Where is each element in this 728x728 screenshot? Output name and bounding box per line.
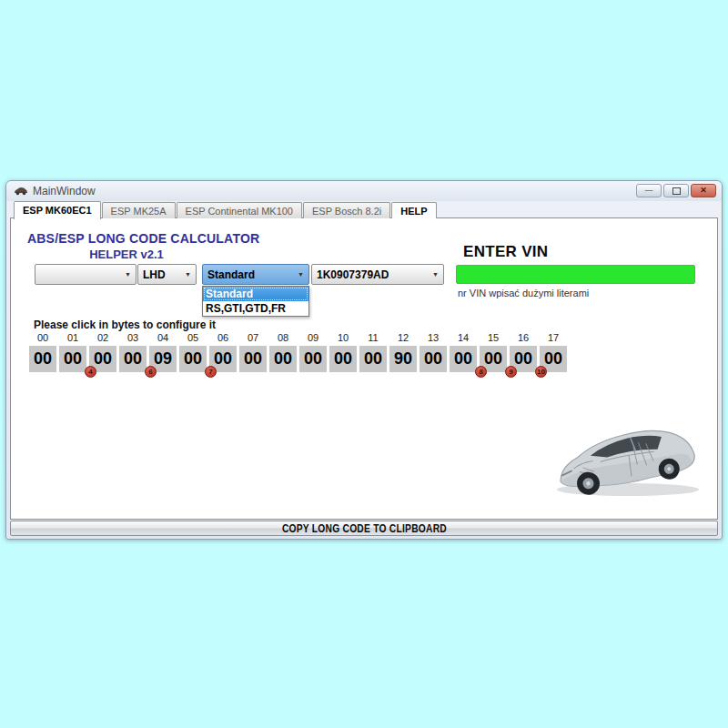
- desktop-background: MainWindow — ✕ ESP MK60EC1ESP MK25AESP C…: [0, 0, 728, 728]
- window-controls: — ✕: [636, 184, 716, 197]
- annotation-badge: 9: [505, 366, 517, 378]
- byte-cell[interactable]: 00: [119, 346, 147, 372]
- byte-cell[interactable]: 00: [29, 346, 56, 372]
- byte-value: 00: [424, 349, 442, 369]
- byte-index-label: 02: [97, 331, 108, 344]
- copy-long-code-label: COPY LONG CODE TO CLIPBOARD: [281, 522, 446, 535]
- byte-index-label: 04: [157, 331, 168, 344]
- byte-value: 09: [154, 349, 172, 369]
- chevron-down-icon: ▼: [298, 271, 304, 278]
- byte-index-label: 14: [458, 331, 469, 344]
- byte-index-label: 15: [488, 331, 499, 344]
- byte-cell[interactable]: 007: [209, 346, 237, 372]
- annotation-badge: 8: [475, 366, 487, 378]
- variant-dropdown-list: StandardRS,GTI,GTD,FR: [202, 286, 309, 317]
- byte-cell[interactable]: 00: [299, 346, 327, 372]
- byte-cell[interactable]: 00: [359, 346, 387, 372]
- annotation-badge: 10: [535, 366, 547, 378]
- variant-select-value: Standard: [207, 268, 255, 281]
- annotation-badge: 6: [145, 366, 157, 378]
- byte-cell[interactable]: 009: [510, 346, 537, 372]
- part-number-select[interactable]: 1K0907379AD ▼: [311, 264, 444, 285]
- chevron-down-icon: ▼: [125, 271, 131, 278]
- app-subtitle: HELPER v2.1: [27, 248, 226, 261]
- byte-cell[interactable]: 096: [149, 346, 177, 372]
- byte-value: 00: [334, 349, 352, 369]
- byte-index-label: 10: [338, 331, 349, 344]
- tab-esp-continental-mk100[interactable]: ESP Continental MK100: [177, 202, 302, 218]
- maximize-icon: [672, 187, 681, 195]
- byte-value: 00: [304, 349, 322, 369]
- byte-index-label: 03: [127, 331, 138, 344]
- byte-cell[interactable]: 90: [389, 346, 417, 372]
- byte-cell[interactable]: 0010: [540, 346, 567, 372]
- byte-value: 00: [34, 349, 52, 369]
- byte-value: 00: [64, 349, 82, 369]
- variant-option[interactable]: RS,GTI,GTD,FR: [203, 301, 308, 316]
- content-panel: ABS/ESP LONG CODE CALCULATOR HELPER v2.1…: [10, 217, 718, 520]
- byte-cell[interactable]: 004: [89, 346, 116, 372]
- car-image: [546, 408, 706, 500]
- close-icon: ✕: [700, 187, 707, 195]
- window-title: MainWindow: [33, 185, 96, 197]
- byte-index-label: 08: [278, 331, 288, 344]
- part-number-select-value: 1K0907379AD: [317, 268, 389, 281]
- tab-strip: ESP MK60EC1ESP MK25AESP Continental MK10…: [14, 201, 438, 218]
- byte-index-label: 16: [518, 331, 529, 344]
- tab-esp-mk25a[interactable]: ESP MK25A: [102, 202, 176, 218]
- enter-vin-label: ENTER VIN: [463, 243, 548, 261]
- byte-value: 90: [394, 349, 412, 369]
- byte-value: 00: [484, 349, 502, 369]
- byte-value: 00: [244, 349, 262, 369]
- byte-value: 00: [94, 349, 112, 369]
- byte-value: 00: [124, 349, 142, 369]
- byte-value: 00: [274, 349, 292, 369]
- tab-esp-mk60ec1[interactable]: ESP MK60EC1: [14, 201, 101, 219]
- vin-input[interactable]: [456, 265, 695, 284]
- chevron-down-icon: ▼: [432, 271, 439, 278]
- annotation-badge: 7: [205, 366, 217, 378]
- car-app-icon: [14, 187, 28, 196]
- byte-index-label: 12: [398, 331, 409, 344]
- app-title: ABS/ESP LONG CODE CALCULATOR: [27, 231, 259, 246]
- chevron-down-icon: ▼: [185, 271, 191, 278]
- variant-select[interactable]: Standard ▼: [202, 264, 309, 285]
- steering-select[interactable]: LHD ▼: [137, 264, 197, 285]
- minimize-button[interactable]: —: [636, 184, 662, 197]
- byte-cell[interactable]: 00: [450, 346, 477, 372]
- copy-long-code-button[interactable]: COPY LONG CODE TO CLIPBOARD: [10, 521, 718, 536]
- byte-index-label: 13: [428, 331, 439, 344]
- byte-cell[interactable]: 00: [269, 346, 297, 372]
- byte-cell[interactable]: 00: [179, 346, 207, 372]
- byte-value: 00: [514, 349, 532, 369]
- tab-esp-bosch-8-2i[interactable]: ESP Bosch 8.2i: [303, 202, 390, 218]
- byte-cell[interactable]: 008: [480, 346, 507, 372]
- byte-index-label: 06: [217, 331, 228, 344]
- annotation-badge: 4: [85, 366, 96, 378]
- byte-index-label: 05: [187, 331, 198, 344]
- byte-value: 00: [214, 349, 232, 369]
- title-bar[interactable]: MainWindow — ✕: [6, 181, 722, 201]
- byte-value: 00: [184, 349, 202, 369]
- byte-cell[interactable]: 00: [239, 346, 267, 372]
- steering-select-value: LHD: [143, 268, 166, 281]
- byte-index-label: 11: [368, 331, 378, 344]
- main-window: MainWindow — ✕ ESP MK60EC1ESP MK25AESP C…: [5, 180, 723, 540]
- byte-value: 00: [544, 349, 562, 369]
- minimize-icon: —: [645, 187, 653, 195]
- byte-cell[interactable]: 00: [329, 346, 357, 372]
- byte-index-label: 17: [548, 331, 559, 344]
- byte-cell[interactable]: 00: [420, 346, 447, 372]
- tab-help[interactable]: HELP: [391, 202, 436, 218]
- byte-cell[interactable]: 00: [59, 346, 86, 372]
- variant-option[interactable]: Standard: [203, 287, 308, 301]
- close-button[interactable]: ✕: [691, 184, 716, 197]
- byte-grid: 0000010002004030004096050006007070008000…: [29, 331, 567, 372]
- byte-value: 00: [454, 349, 472, 369]
- vin-note: nr VIN wpisać dużymi literami: [458, 288, 589, 298]
- model-select[interactable]: ▼: [35, 264, 136, 285]
- byte-index-label: 07: [248, 331, 258, 344]
- byte-index-label: 00: [37, 331, 48, 344]
- bytes-instruction: Please click in bytes to configure it: [34, 318, 216, 331]
- maximize-button[interactable]: [663, 184, 689, 197]
